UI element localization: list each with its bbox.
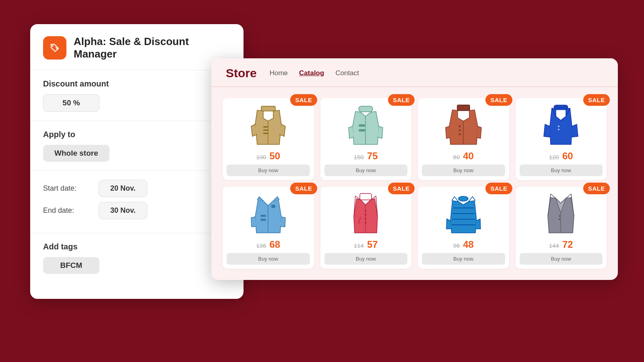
- sale-price-1: 50: [269, 150, 280, 162]
- product-zip-jacket: SALE 150 75 Buy now: [320, 98, 412, 180]
- sale-badge-7: SALE: [485, 183, 512, 194]
- svg-rect-2: [261, 106, 275, 111]
- svg-point-17: [558, 125, 559, 127]
- start-date-label: Start date:: [43, 184, 91, 193]
- store-nav: Home Catalog Contact: [270, 69, 359, 77]
- sale-price-7: 48: [463, 239, 474, 250]
- product-brown-coat: SALE 80 40 Buy now: [418, 98, 509, 180]
- svg-rect-4: [263, 126, 268, 128]
- price-row-3: 80 40: [453, 150, 474, 162]
- original-price-3: 80: [453, 154, 460, 160]
- sale-badge-6: SALE: [388, 183, 415, 194]
- nav-home[interactable]: Home: [270, 69, 288, 77]
- tags-label: Add tags: [43, 242, 231, 251]
- svg-point-15: [458, 133, 460, 135]
- end-date-row: End date: 30 Nov.: [43, 202, 231, 219]
- svg-rect-11: [457, 105, 470, 111]
- buy-button-6[interactable]: Buy now: [324, 253, 408, 265]
- original-price-8: 144: [549, 242, 559, 249]
- end-date-label: End date:: [43, 206, 91, 215]
- product-image-2: [346, 103, 386, 147]
- nav-contact[interactable]: Contact: [335, 69, 359, 77]
- discount-input[interactable]: 50 %: [43, 94, 99, 112]
- svg-rect-21: [260, 219, 266, 221]
- svg-rect-10: [359, 129, 365, 132]
- original-price-1: 100: [256, 154, 266, 160]
- svg-point-36: [559, 218, 560, 220]
- start-date-row: Start date: 20 Nov.: [43, 180, 231, 197]
- product-image-8: [541, 191, 581, 236]
- sale-badge-2: SALE: [388, 94, 415, 106]
- product-image-5: [248, 191, 288, 236]
- sale-price-6: 57: [367, 239, 378, 250]
- buy-button-4[interactable]: Buy now: [520, 165, 603, 176]
- store-header: Store Home Catalog Contact: [211, 58, 618, 87]
- start-date-input[interactable]: 20 Nov.: [99, 180, 147, 197]
- nav-catalog[interactable]: Catalog: [299, 69, 324, 77]
- buy-button-8[interactable]: Buy now: [520, 253, 603, 265]
- product-image-6: [346, 191, 386, 236]
- product-puffer-jacket: SALE 96 48 Buy now: [418, 187, 509, 269]
- buy-button-5[interactable]: Buy now: [227, 253, 310, 265]
- sale-badge-8: SALE: [583, 183, 610, 194]
- svg-point-27: [365, 218, 366, 220]
- sale-price-5: 68: [269, 239, 280, 250]
- app-icon: [43, 36, 66, 60]
- price-row-5: 136 68: [256, 239, 280, 250]
- sale-badge-5: SALE: [290, 183, 317, 194]
- product-denim-jacket: SALE 136 68 Buy now: [223, 187, 314, 269]
- sale-badge-3: SALE: [485, 94, 512, 106]
- product-red-shirt: SALE: [320, 187, 412, 269]
- apply-to-value[interactable]: Whole store: [43, 145, 109, 162]
- price-row-2: 150 75: [354, 150, 378, 162]
- sale-price-2: 75: [367, 150, 378, 162]
- price-row-7: 96 48: [453, 239, 474, 250]
- sale-price-3: 40: [463, 150, 474, 162]
- svg-point-18: [558, 129, 559, 130]
- svg-point-13: [458, 125, 460, 127]
- original-price-5: 136: [256, 242, 266, 249]
- product-blue-blazer: SALE 120 60 Buy now: [516, 98, 607, 180]
- sale-price-4: 60: [562, 150, 573, 162]
- product-image-7: [443, 191, 483, 236]
- svg-rect-6: [263, 133, 268, 134]
- product-trench-coat: SALE 100 50 Buy now: [223, 98, 314, 180]
- buy-button-3[interactable]: Buy now: [422, 165, 505, 176]
- svg-point-28: [365, 222, 366, 224]
- svg-rect-5: [263, 130, 268, 131]
- svg-point-33: [458, 196, 468, 201]
- product-grey-suit: SALE 144 72: [516, 187, 607, 269]
- buy-button-1[interactable]: Buy now: [227, 165, 310, 176]
- svg-rect-9: [359, 124, 365, 127]
- product-grid: SALE 100 50 Buy now SA: [211, 87, 618, 280]
- svg-point-25: [365, 210, 366, 212]
- svg-rect-7: [359, 106, 373, 112]
- price-row-1: 100 50: [256, 150, 280, 162]
- svg-rect-20: [260, 215, 266, 217]
- original-price-7: 96: [453, 242, 460, 249]
- svg-rect-0: [48, 41, 62, 55]
- price-row-8: 144 72: [549, 239, 573, 250]
- sale-price-8: 72: [562, 239, 573, 250]
- buy-button-2[interactable]: Buy now: [324, 165, 408, 176]
- original-price-2: 150: [354, 154, 364, 160]
- original-price-6: 114: [354, 242, 364, 249]
- discount-label: Discount amount: [43, 79, 231, 88]
- price-row-6: 114 57: [354, 239, 378, 250]
- tags-input[interactable]: BFCM: [43, 257, 99, 274]
- svg-rect-16: [554, 105, 568, 110]
- svg-point-1: [52, 45, 54, 47]
- product-image-1: [248, 103, 288, 147]
- product-image-4: [541, 103, 581, 147]
- svg-rect-23: [360, 193, 372, 200]
- svg-point-35: [559, 215, 560, 217]
- store-panel: Store Home Catalog Contact SALE: [211, 58, 618, 280]
- buy-button-7[interactable]: Buy now: [422, 253, 505, 265]
- price-row-4: 120 60: [549, 150, 573, 162]
- end-date-input[interactable]: 30 Nov.: [99, 202, 147, 219]
- app-title: Alpha: Sale & Discount Manager: [74, 35, 231, 60]
- sale-badge-1: SALE: [290, 94, 317, 106]
- svg-rect-22: [271, 205, 275, 208]
- svg-point-14: [458, 129, 460, 131]
- apply-to-label: Apply to: [43, 130, 231, 139]
